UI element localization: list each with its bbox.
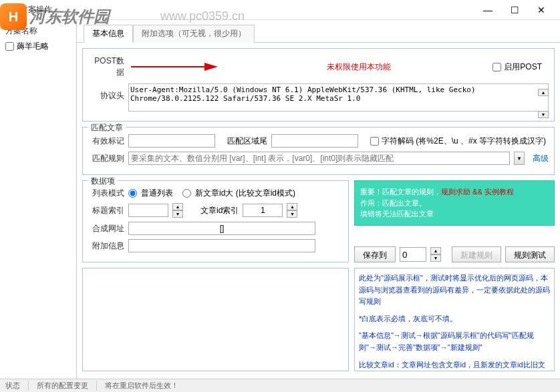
post-data-label: POST数据 [88,55,124,78]
status-msg2: 将在重启软件后生效！ [105,381,186,391]
sidebar: 方案名称 薅羊毛略 [0,20,77,379]
sidebar-item-label: 薅羊毛略 [17,41,49,52]
article-id-index-input[interactable] [243,204,283,217]
extra-info-input[interactable] [128,239,315,252]
char-decode-checkbox[interactable] [370,137,379,146]
title-index-input[interactable] [128,204,168,217]
close-button[interactable]: ✕ [528,1,555,19]
title-idx-up[interactable]: ▲ [172,203,183,210]
save-index-input[interactable] [400,247,426,262]
new-rule-button[interactable]: 新建规则 [452,246,501,262]
area-tail-label: 匹配区域尾 [227,136,267,147]
match-rule-input[interactable] [128,152,510,165]
article-idx-up[interactable]: ▲ [287,203,297,210]
statusbar: 状态 所有的配置变更 将在重启软件后生效！ [0,379,560,392]
synth-url-input[interactable] [128,222,315,235]
match-rule-dropdown[interactable]: ▼ [514,152,525,165]
article-idx-down[interactable]: ▼ [287,210,297,218]
title-idx-down[interactable]: ▼ [172,210,183,218]
svg-marker-1 [204,63,218,71]
radio-normal-list[interactable]: 普通列表 [128,188,173,199]
sidebar-item-checkbox[interactable] [5,42,14,51]
status-msg1: 所有的配置变更 [37,381,97,391]
synth-url-label: 合成网址 [88,223,124,234]
advanced-link[interactable]: 高级 [533,153,549,164]
arrow-icon [131,60,225,73]
save-idx-up[interactable]: ▲ [430,247,441,254]
sidebar-header: 方案名称 [3,23,74,39]
extra-info-label: 附加信息 [88,240,124,252]
match-group-label: 匹配文章 [88,122,126,134]
scroll-up-icon[interactable]: ▲ [538,89,549,96]
source-display-box[interactable] [82,268,349,371]
scroll-down-icon[interactable]: ▼ [538,111,549,118]
tip-box: 重要！匹配文章的规则，规则求助 && 实例教程 作用：匹配出文章。 填错将无法匹… [354,180,555,226]
radio-newid-input[interactable] [182,189,191,198]
unauth-text: 未权限使用本功能 [225,61,493,73]
valid-mark-label: 有效标记 [88,136,124,147]
enable-post[interactable]: 启用POST [493,61,542,73]
article-id-index-label: 文章id索引 [200,205,239,216]
char-decode[interactable]: 字符解码 (将%2E、\u 、#x 等字符转换成汉字) [370,136,546,147]
title-index-label: 标题索引 [88,205,124,216]
sidebar-item[interactable]: 薅羊毛略 [3,39,74,53]
watermark-url: www.pc0359.cn [160,9,245,23]
save-to-button[interactable]: 保存到 [354,246,396,262]
protocol-label: 协议头 [88,83,124,102]
test-rule-button[interactable]: 规则测试 [505,246,555,262]
status-label: 状态 [5,381,29,391]
minimize-button[interactable]: — [474,1,501,19]
match-rule-label: 匹配规则 [88,153,124,164]
tab-basic-info[interactable]: 基本信息 [84,25,133,43]
area-tail-input[interactable] [271,134,358,148]
enable-post-checkbox[interactable] [493,63,501,71]
tabs: 基本信息 附加选项（可无视，很少用） [77,24,560,43]
list-mode-label: 列表模式 [88,188,124,199]
tab-extra-options[interactable]: 附加选项（可无视，很少用） [133,25,255,43]
radio-new-id[interactable]: 新文章id大 (比较文章id模式) [182,188,295,199]
window-title: 方案操作 [20,4,474,15]
maximize-button[interactable]: ☐ [501,1,528,19]
radio-normal-input[interactable] [128,189,137,198]
data-item-label: 数据项 [88,176,118,187]
protocol-header-input[interactable] [128,83,549,112]
save-idx-down[interactable]: ▼ [430,254,441,262]
valid-mark-input[interactable] [128,134,215,148]
help-text-box: 此处为"源码展示框"，测试时将显示优化后的网页源码，本源码与浏览器查看到的源码有… [354,268,555,371]
app-icon [5,5,16,15]
